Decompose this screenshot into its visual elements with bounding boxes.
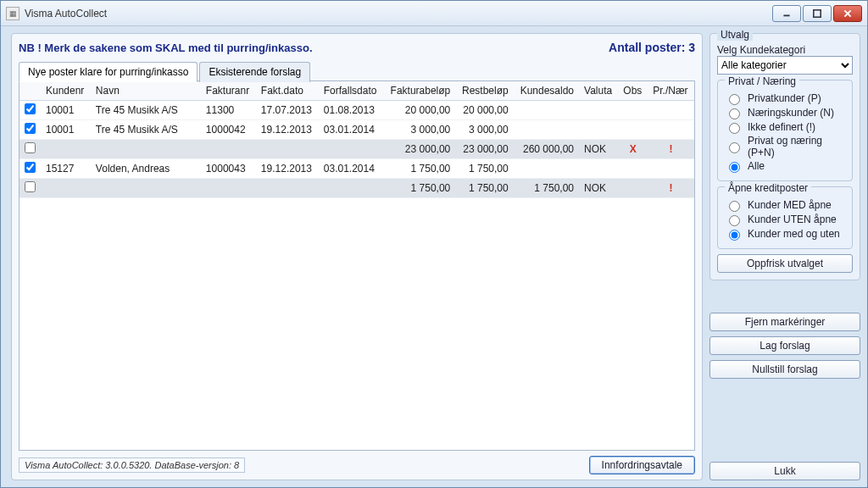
cell-obs — [618, 179, 648, 198]
cell-faktdato: 19.12.2013 — [256, 120, 319, 140]
cell-kundesaldo — [514, 120, 579, 140]
cell-forfallsdato: 03.01.2014 — [319, 159, 384, 179]
tab-nye-poster[interactable]: Nye poster klare for purring/inkasso — [19, 62, 198, 82]
radio-alle[interactable]: Alle — [725, 159, 845, 173]
cell-fakturanr: 1000043 — [201, 159, 256, 179]
cell-fakturanr: 1000042 — [201, 120, 256, 140]
cell-kundesaldo: 1 750,00 — [514, 179, 579, 198]
cell-forfallsdato: 01.08.2013 — [319, 101, 384, 120]
cell-valuta: NOK — [579, 179, 618, 198]
radio-naeringskunder[interactable]: Næringskunder (N) — [725, 106, 845, 119]
cell-fakturabelop: 3 000,00 — [383, 120, 455, 140]
table-row[interactable]: 23 000,0023 000,00260 000,00NOKX! — [19, 140, 694, 159]
status-bar: Visma AutoCollect: 3.0.0.5320. DataBase-… — [19, 458, 245, 473]
cell-kundenr: 15127 — [41, 159, 91, 179]
kreditposter-group: Åpne kreditposter Kunder MED åpne Kunder… — [717, 186, 853, 249]
cell-prnaer — [648, 159, 694, 179]
cell-kundenr — [41, 179, 91, 198]
cell-kundesaldo — [514, 159, 579, 179]
table-row[interactable]: 15127Volden, Andreas100004319.12.201303.… — [19, 159, 694, 179]
side-panel: Utvalg Velg Kundekategori Alle kategorie… — [709, 33, 860, 480]
privat-naering-title: Privat / Næring — [725, 75, 799, 87]
app-icon: ▦ — [6, 7, 19, 20]
col-kundenr[interactable]: Kundenr — [41, 81, 91, 101]
col-fakturabelop[interactable]: Fakturabeløp — [383, 81, 455, 101]
privat-naering-group: Privat / Næring Privatkunder (P) Nærings… — [717, 80, 853, 181]
cell-prnaer — [648, 120, 694, 140]
cell-faktdato — [256, 140, 319, 159]
minimize-button[interactable] — [772, 5, 801, 22]
app-window: ▦ Visma AutoCollect NB ! Merk de sakene … — [0, 0, 868, 488]
cell-navn: Tre 45 Musikk A/S — [91, 120, 201, 140]
window-title: Visma AutoCollect — [25, 8, 107, 19]
table-row[interactable]: 1 750,001 750,001 750,00NOK! — [19, 179, 694, 198]
table-row[interactable]: 10001Tre 45 Musikk A/S100004219.12.20130… — [19, 120, 694, 140]
cell-fakturanr — [201, 140, 256, 159]
cell-restbelop: 1 750,00 — [455, 179, 513, 198]
innfordringsavtale-button[interactable]: Innfordringsavtale — [589, 456, 695, 474]
cell-forfallsdato — [319, 140, 384, 159]
radio-ikke-definert[interactable]: Ikke definert (!) — [725, 120, 845, 134]
row-checkbox[interactable] — [25, 123, 36, 134]
table-row[interactable]: 10001Tre 45 Musikk A/S1130017.07.201301.… — [19, 101, 694, 120]
cell-valuta: NOK — [579, 140, 618, 159]
row-checkbox[interactable] — [25, 142, 36, 153]
titlebar: ▦ Visma AutoCollect — [1, 1, 867, 26]
lag-forslag-button[interactable]: Lag forslag — [709, 336, 860, 355]
radio-kunder-med-og-uten[interactable]: Kunder med og uten — [725, 227, 845, 241]
cell-restbelop: 20 000,00 — [455, 101, 513, 120]
velg-kundekategori-label: Velg Kundekategori — [717, 44, 853, 56]
radio-privatkunder[interactable]: Privatkunder (P) — [725, 92, 845, 105]
radio-kunder-uten-apne[interactable]: Kunder UTEN åpne — [725, 213, 845, 226]
col-kundesaldo[interactable]: Kundesaldo — [514, 81, 579, 101]
col-obs[interactable]: Obs — [618, 81, 648, 101]
fjern-markeringer-button[interactable]: Fjern markéringer — [709, 313, 860, 331]
utvalg-group: Utvalg Velg Kundekategori Alle kategorie… — [709, 33, 860, 280]
cell-kundesaldo — [514, 101, 579, 120]
col-faktdato[interactable]: Fakt.dato — [256, 81, 319, 101]
cell-obs — [618, 120, 648, 140]
cell-kundenr: 10001 — [41, 101, 91, 120]
cell-fakturanr: 11300 — [201, 101, 256, 120]
cell-valuta — [579, 159, 618, 179]
cell-prnaer: ! — [648, 179, 694, 198]
nullstill-forslag-button[interactable]: Nullstill forslag — [709, 360, 860, 379]
cell-fakturanr — [201, 179, 256, 198]
tab-bar: Nye poster klare for purring/inkasso Eks… — [19, 61, 695, 81]
cell-kundesaldo: 260 000,00 — [514, 140, 579, 159]
cell-navn: Volden, Andreas — [91, 159, 201, 179]
cell-valuta — [579, 101, 618, 120]
cell-obs: X — [618, 140, 648, 159]
close-button[interactable] — [833, 5, 862, 22]
lukk-button[interactable]: Lukk — [709, 462, 860, 480]
cell-navn — [91, 179, 201, 198]
cell-forfallsdato — [319, 179, 384, 198]
table-container: Kundenr Navn Fakturanr Fakt.dato Forfall… — [19, 80, 695, 451]
svg-rect-1 — [814, 9, 821, 16]
oppfrisk-button[interactable]: Oppfrisk utvalget — [717, 254, 853, 273]
col-prnaer[interactable]: Pr./Nær — [648, 81, 694, 101]
col-restbelop[interactable]: Restbeløp — [455, 81, 513, 101]
row-checkbox[interactable] — [25, 181, 36, 192]
cell-fakturabelop: 1 750,00 — [383, 179, 455, 198]
cell-prnaer: ! — [648, 140, 694, 159]
cell-fakturabelop: 20 000,00 — [383, 101, 455, 120]
cell-fakturabelop: 23 000,00 — [383, 140, 455, 159]
row-checkbox[interactable] — [25, 103, 36, 114]
cell-kundenr — [41, 140, 91, 159]
cell-restbelop: 3 000,00 — [455, 120, 513, 140]
col-valuta[interactable]: Valuta — [579, 81, 618, 101]
kundekategori-select[interactable]: Alle kategorier — [717, 56, 853, 75]
cell-navn — [91, 140, 201, 159]
utvalg-title: Utvalg — [717, 29, 753, 41]
col-fakturanr[interactable]: Fakturanr — [201, 81, 256, 101]
col-forfallsdato[interactable]: Forfallsdato — [319, 81, 384, 101]
cell-restbelop: 23 000,00 — [455, 140, 513, 159]
col-navn[interactable]: Navn — [91, 81, 201, 101]
radio-privat-og-naering[interactable]: Privat og næring (P+N) — [725, 135, 845, 158]
radio-kunder-med-apne[interactable]: Kunder MED åpne — [725, 198, 845, 212]
cell-prnaer — [648, 101, 694, 120]
tab-eksisterende[interactable]: Eksisterende forslag — [199, 62, 310, 82]
maximize-button[interactable] — [803, 5, 832, 22]
row-checkbox[interactable] — [25, 162, 36, 173]
